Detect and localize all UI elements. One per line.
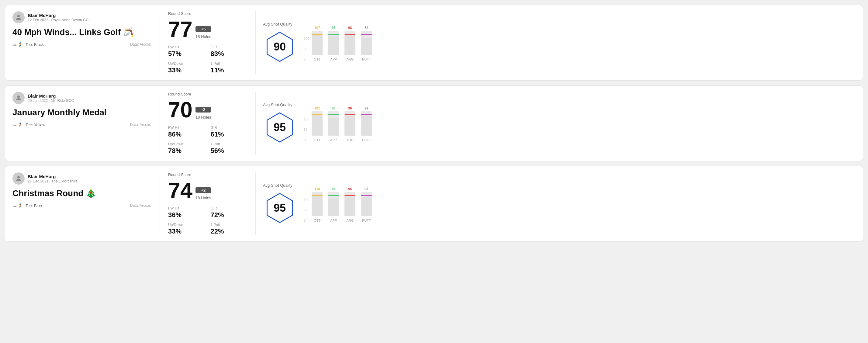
score-number: 77 — [168, 18, 192, 40]
round-score-label: Round Score — [168, 11, 246, 16]
avg-shot-quality-label: Avg Shot Quality — [263, 183, 292, 188]
fw-hit-label: FW Hit — [168, 126, 204, 130]
score-section: Round Score 74 +2 18 Holes FW Hit 36% GI… — [158, 173, 256, 236]
fw-hit-value: 36% — [168, 211, 204, 219]
user-name: Blair McHarg — [28, 93, 74, 98]
footer-row: ☁ 🏌 Tee: Yellow Data: Arccos — [12, 122, 151, 127]
bar-value-label: 95 — [348, 187, 352, 191]
round-card: Blair McHarg 27 Dec 2021 · The Oxfordshi… — [5, 166, 863, 242]
bar-value-label: 96 — [348, 106, 352, 110]
bar-column: 98 ARG — [344, 31, 355, 61]
fw-hit-value: 86% — [168, 130, 204, 138]
user-icon — [15, 94, 22, 101]
gir-value: 72% — [211, 211, 246, 219]
user-row: Blair McHarg 12 Feb 2022 · Royal North D… — [12, 11, 151, 23]
svg-point-0 — [17, 15, 20, 17]
round-card: Blair McHarg 12 Feb 2022 · Royal North D… — [5, 5, 863, 81]
up-down-stat: Up/Down 78% — [168, 142, 204, 155]
round-info-section: Blair McHarg 27 Dec 2021 · The Oxfordshi… — [12, 173, 158, 236]
score-diff-badge: +5 — [195, 26, 211, 32]
one-putt-stat: 1 Putt 56% — [211, 142, 246, 155]
score-row: 70 -2 18 Holes — [168, 99, 246, 121]
quality-section: Avg Shot Quality 95 100 50 0 110 — [256, 173, 856, 236]
bar-column: 87 APP — [328, 192, 339, 222]
one-putt-label: 1 Putt — [211, 142, 246, 146]
fw-hit-label: FW Hit — [168, 45, 204, 49]
tee-info: ☁ 🏌 Tee: Black — [12, 42, 44, 47]
fw-hit-value: 57% — [168, 50, 204, 58]
bar-value-label: 110 — [314, 187, 320, 191]
date-course: 27 Dec 2021 · The Oxfordshire — [28, 179, 78, 183]
one-putt-label: 1 Putt — [211, 223, 246, 227]
up-down-stat: Up/Down 33% — [168, 223, 204, 236]
round-card: Blair McHarg 29 Jan 2022 · Mill Ride GCC… — [5, 86, 863, 161]
weather-icon: ☁ 🏌 — [12, 42, 23, 47]
avg-shot-quality-label: Avg Shot Quality — [263, 102, 292, 107]
avatar — [12, 173, 25, 185]
score-row: 74 +2 18 Holes — [168, 179, 246, 201]
bar-value-label: 93 — [365, 187, 368, 191]
up-down-value: 33% — [168, 66, 204, 74]
bar-axis-label: OTT — [314, 138, 320, 142]
hex-score-value: 90 — [274, 40, 286, 53]
bar-axis-label: APP — [330, 219, 337, 222]
user-icon — [15, 175, 22, 182]
one-putt-stat: 1 Putt 11% — [211, 61, 246, 74]
up-down-label: Up/Down — [168, 61, 204, 66]
holes-label: 18 Holes — [195, 34, 211, 39]
round-info-section: Blair McHarg 29 Jan 2022 · Mill Ride GCC… — [12, 92, 158, 155]
user-row: Blair McHarg 29 Jan 2022 · Mill Ride GCC — [12, 92, 151, 104]
score-info: +2 18 Holes — [195, 187, 211, 201]
tee-label: Tee: Yellow — [26, 123, 45, 127]
user-info: Blair McHarg 29 Jan 2022 · Mill Ride GCC — [28, 93, 74, 103]
gir-value: 83% — [211, 50, 246, 58]
hexagon-container: 95 — [263, 191, 297, 225]
bar-axis-label: PUTT — [362, 219, 371, 222]
round-title: 40 Mph Winds... Links Golf 🪃 — [12, 27, 151, 37]
stats-grid: FW Hit 57% GIR 83% Up/Down 33% 1 Putt 11… — [168, 45, 246, 74]
bar-column: 107 OTT — [312, 31, 322, 61]
bar-column: 101 OTT — [312, 111, 322, 142]
bar-value-label: 101 — [314, 106, 320, 110]
bar-axis-label: ARG — [346, 58, 353, 61]
svg-point-2 — [17, 176, 20, 179]
gir-stat: GIR 72% — [211, 206, 246, 219]
bar-column: 95 ARG — [344, 192, 355, 222]
gir-stat: GIR 61% — [211, 126, 246, 138]
tee-label: Tee: Black — [26, 42, 44, 47]
bar-axis-label: ARG — [346, 138, 353, 142]
bar-chart: 100 50 0 107 OTT 95 — [304, 25, 848, 61]
score-row: 77 +5 18 Holes — [168, 18, 246, 40]
user-row: Blair McHarg 27 Dec 2021 · The Oxfordshi… — [12, 173, 151, 185]
holes-label: 18 Holes — [195, 115, 211, 120]
bar-axis-label: OTT — [314, 58, 320, 61]
gir-label: GIR — [211, 126, 246, 130]
one-putt-value: 56% — [211, 147, 246, 155]
date-course: 29 Jan 2022 · Mill Ride GCC — [28, 98, 74, 103]
round-score-label: Round Score — [168, 92, 246, 96]
user-name: Blair McHarg — [28, 13, 89, 18]
bar-column: 86 APP — [328, 111, 339, 142]
tee-label: Tee: Blue — [26, 204, 42, 208]
stats-grid: FW Hit 36% GIR 72% Up/Down 33% 1 Putt 22… — [168, 206, 246, 236]
quality-section: Avg Shot Quality 95 100 50 0 101 — [256, 92, 856, 155]
bar-column: 99 PUTT — [361, 111, 372, 142]
data-source: Data: Arccos — [130, 204, 151, 208]
avatar — [12, 11, 25, 23]
bar-column: 93 PUTT — [361, 192, 372, 222]
score-section: Round Score 70 -2 18 Holes FW Hit 86% GI… — [158, 92, 256, 155]
quality-left: Avg Shot Quality 95 — [263, 183, 297, 225]
quality-left: Avg Shot Quality 95 — [263, 102, 297, 144]
score-section: Round Score 77 +5 18 Holes FW Hit 57% GI… — [158, 11, 256, 74]
score-info: +5 18 Holes — [195, 26, 211, 40]
gir-label: GIR — [211, 45, 246, 49]
gir-value: 61% — [211, 130, 246, 138]
one-putt-value: 11% — [211, 66, 246, 74]
score-diff-badge: -2 — [195, 107, 211, 113]
fw-hit-stat: FW Hit 86% — [168, 126, 204, 138]
weather-icon: ☁ 🏌 — [12, 203, 23, 208]
score-diff-badge: +2 — [195, 187, 211, 193]
footer-row: ☁ 🏌 Tee: Black Data: Arccos — [12, 42, 151, 47]
avatar — [12, 92, 25, 104]
gir-stat: GIR 83% — [211, 45, 246, 58]
